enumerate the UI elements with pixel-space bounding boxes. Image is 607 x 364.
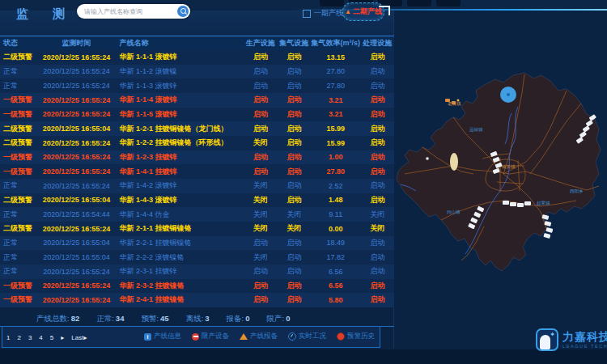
alert-marker[interactable] <box>500 87 516 103</box>
map-lake <box>450 153 458 171</box>
map-place-label: 老城镇 <box>448 101 461 106</box>
map-place-label: 赵家镇 <box>537 201 550 206</box>
district-map: 老城镇运城镇城关镇西阳乡赵家镇同山镇 <box>0 0 607 364</box>
map-place-label: 运城镇 <box>469 127 483 132</box>
map-place-label: 西阳乡 <box>570 188 584 194</box>
map-place-label: 同山镇 <box>447 210 461 214</box>
monitoring-dashboard: 监 测 一期产线 ▲ 二期产线 状态 监测时间 产线名称 生产设施 集气设施 集… <box>0 0 607 364</box>
map-place-label: 城关镇 <box>501 164 516 169</box>
